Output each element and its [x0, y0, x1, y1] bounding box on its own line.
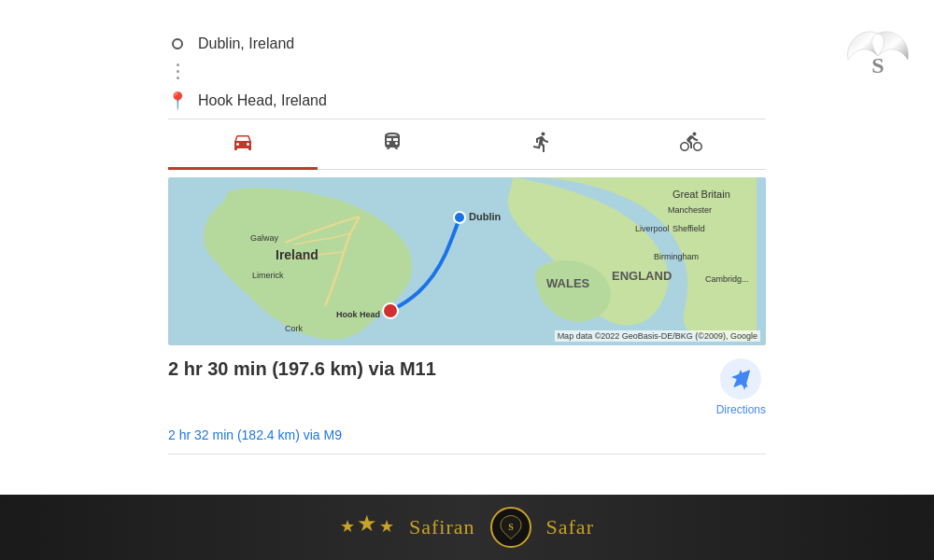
- route-info: 2 hr 30 min (197.6 km) via M11 Direction…: [168, 358, 766, 416]
- svg-text:Manchester: Manchester: [668, 205, 712, 215]
- pin-icon: 📍: [167, 91, 188, 111]
- star-1: ★: [340, 516, 355, 537]
- star-2: ★: [357, 511, 377, 537]
- tab-walking[interactable]: [467, 119, 616, 169]
- origin-row: Dublin, Ireland: [168, 28, 766, 60]
- star-3: ★: [379, 516, 394, 537]
- svg-text:Hook Head: Hook Head: [336, 310, 380, 319]
- route-section: Dublin, Ireland 📍 Hook Head, Ireland: [0, 0, 934, 119]
- brand-right: Safar: [546, 515, 594, 539]
- svg-point-3: [383, 303, 398, 318]
- origin-text: Dublin, Ireland: [198, 35, 766, 52]
- svg-text:Limerick: Limerick: [252, 271, 284, 280]
- tab-transit[interactable]: [318, 119, 467, 169]
- destination-icon: 📍: [168, 91, 187, 111]
- svg-point-2: [454, 212, 465, 223]
- svg-text:Sheffield: Sheffield: [672, 224, 705, 233]
- svg-text:Great Britain: Great Britain: [672, 189, 730, 200]
- connector-dot-2: [177, 70, 179, 73]
- origin-icon: [168, 38, 187, 49]
- tab-driving[interactable]: [168, 119, 318, 169]
- destination-text: Hook Head, Ireland: [198, 92, 766, 109]
- tab-cycling[interactable]: [616, 119, 766, 169]
- connector-dot-1: [177, 63, 179, 66]
- bottom-bar: ★ ★ ★ Safiran S Safar: [0, 495, 934, 560]
- brand-left: Safiran: [409, 515, 475, 539]
- svg-text:Galway: Galway: [250, 233, 279, 243]
- svg-text:S: S: [508, 522, 514, 532]
- divider: [168, 454, 766, 455]
- directions-label: Directions: [716, 403, 766, 416]
- svg-text:Liverpool: Liverpool: [635, 224, 670, 233]
- alt-route-text: 2 hr 32 min (182.4 km) via M9: [168, 427, 766, 442]
- car-icon: [232, 131, 254, 158]
- svg-text:Ireland: Ireland: [276, 247, 318, 262]
- walk-icon: [531, 131, 553, 158]
- connector-dot-3: [177, 77, 179, 79]
- transit-icon: [381, 131, 403, 158]
- bottom-bar-logo: S: [490, 507, 531, 548]
- directions-button[interactable]: Directions: [716, 358, 766, 416]
- dots-connector-row: [168, 60, 766, 83]
- transport-tabs: [168, 119, 766, 170]
- svg-text:WALES: WALES: [546, 276, 590, 290]
- destination-row: 📍 Hook Head, Ireland: [168, 83, 766, 119]
- svg-text:Cambridg...: Cambridg...: [705, 274, 749, 284]
- map-container: Dublin Ireland Galway Limerick Hook Head…: [168, 177, 766, 345]
- circle-dot-icon: [172, 38, 183, 49]
- bike-icon: [680, 131, 702, 158]
- svg-text:Dublin: Dublin: [469, 211, 501, 222]
- svg-text:ENGLAND: ENGLAND: [612, 269, 672, 283]
- svg-text:Cork: Cork: [285, 324, 304, 333]
- bottom-stars: ★ ★ ★: [340, 511, 394, 537]
- route-inputs: Dublin, Ireland 📍 Hook Head, Ireland: [168, 28, 766, 119]
- svg-text:Birmingham: Birmingham: [654, 252, 699, 261]
- primary-route-text: 2 hr 30 min (197.6 km) via M11: [168, 358, 436, 380]
- directions-arrow-circle: [720, 358, 761, 399]
- map-attribution: Map data ©2022 GeoBasis-DE/BKG (©2009), …: [555, 330, 760, 342]
